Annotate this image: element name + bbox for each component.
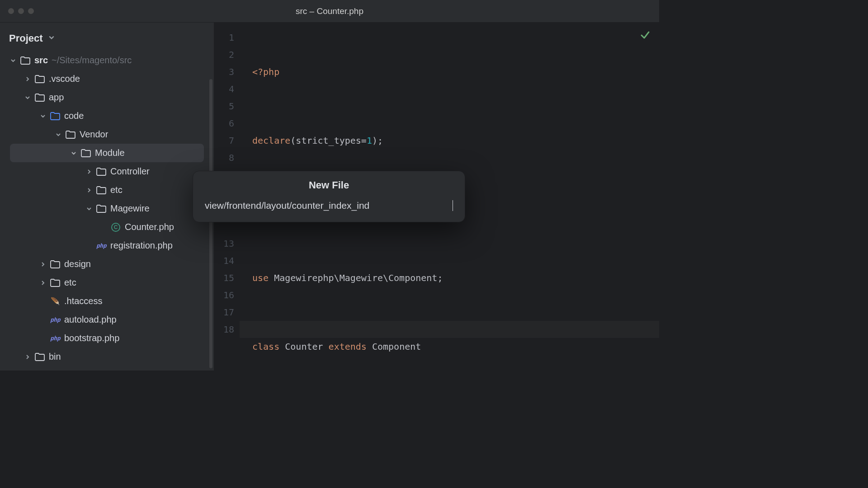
tree-label: bootstrap.php	[64, 333, 119, 343]
tree-row-etc-app[interactable]: etc	[0, 273, 214, 292]
tree-label: .vscode	[49, 74, 80, 84]
code-line: use Magewirephp\Magewire\Component;	[252, 269, 659, 286]
chevron-right-icon[interactable]	[85, 188, 93, 193]
window-controls[interactable]	[0, 8, 34, 14]
tree-path: ~/Sites/magento/src	[52, 55, 132, 66]
line-number: 7	[214, 132, 234, 149]
tree-label: app	[49, 92, 64, 103]
folder-icon	[34, 94, 45, 102]
folder-icon	[96, 186, 107, 194]
chevron-down-icon[interactable]	[85, 206, 93, 211]
tree-label: .htaccess	[64, 296, 102, 306]
tree-row-vendor[interactable]: Vendor	[0, 125, 214, 144]
chevron-down-icon[interactable]	[9, 58, 17, 63]
tree-row-code[interactable]: code	[0, 107, 214, 125]
current-line-highlight	[240, 321, 659, 338]
project-panel-header[interactable]: Project	[0, 23, 214, 51]
php-file-icon: php	[96, 242, 107, 249]
folder-icon	[96, 168, 107, 176]
line-number: 6	[214, 115, 234, 132]
chevron-right-icon[interactable]	[39, 262, 47, 267]
folder-icon	[34, 75, 45, 83]
chevron-right-icon[interactable]	[24, 354, 32, 360]
line-number: 13	[214, 235, 234, 252]
chevron-down-icon[interactable]	[24, 95, 32, 100]
tree-label: design	[64, 259, 91, 269]
tree-label: etc	[110, 185, 123, 195]
tree-label: Controller	[110, 166, 150, 177]
tree-row-magewire[interactable]: Magewire	[0, 199, 214, 218]
zoom-window-icon[interactable]	[28, 8, 34, 14]
line-number: 1	[214, 29, 234, 46]
folder-icon	[34, 353, 45, 361]
line-number: 16	[214, 286, 234, 304]
chevron-right-icon[interactable]	[85, 169, 93, 174]
code-line: class Counter extends Component	[252, 338, 659, 355]
tree-row-counter-php[interactable]: C Counter.php	[0, 218, 214, 236]
chevron-down-icon[interactable]	[54, 132, 62, 137]
folder-icon	[50, 279, 61, 287]
class-icon: C	[110, 223, 121, 232]
folder-icon	[65, 131, 76, 139]
folder-icon	[96, 205, 107, 213]
folder-icon	[80, 149, 91, 157]
project-sidebar: Project src ~/Sites/magento/src .vscode …	[0, 23, 214, 371]
tree-row-bin[interactable]: bin	[0, 347, 214, 366]
folder-icon	[50, 260, 61, 268]
line-number: 2	[214, 46, 234, 63]
code-line	[252, 98, 659, 115]
tree-label: Module	[95, 148, 125, 158]
tree-row-etc-module[interactable]: etc	[0, 181, 214, 199]
code-line	[252, 304, 659, 321]
tree-label: Counter.php	[125, 222, 174, 232]
php-file-icon: php	[50, 316, 61, 323]
chevron-down-icon	[48, 34, 55, 42]
folder-icon	[20, 56, 31, 65]
line-number: 8	[214, 149, 234, 166]
sidebar-scrollbar[interactable]	[209, 79, 212, 368]
line-number: 14	[214, 252, 234, 269]
tree-row-htaccess[interactable]: 🪶 .htaccess	[0, 292, 214, 310]
new-file-dialog: New File	[193, 171, 465, 222]
check-icon[interactable]	[640, 30, 650, 42]
tree-row-controller[interactable]: Controller	[0, 162, 214, 181]
file-tree[interactable]: src ~/Sites/magento/src .vscode app code	[0, 51, 214, 366]
new-file-input[interactable]	[205, 200, 453, 211]
chevron-down-icon[interactable]	[70, 150, 78, 156]
project-label: Project	[9, 33, 43, 44]
tree-label: code	[64, 111, 84, 121]
titlebar: src – Counter.php	[0, 0, 659, 23]
htaccess-file-icon: 🪶	[50, 297, 61, 305]
tree-row-design[interactable]: design	[0, 255, 214, 273]
line-number: 18	[214, 321, 234, 338]
tree-row-vscode[interactable]: .vscode	[0, 70, 214, 88]
tree-label: bin	[49, 352, 61, 362]
folder-icon	[50, 112, 61, 120]
line-number: 17	[214, 304, 234, 321]
tree-label: autoload.php	[64, 314, 117, 325]
code-line: declare(strict_types=1);	[252, 132, 659, 149]
code-line: <?php	[252, 63, 659, 80]
tree-row-bootstrap-php[interactable]: php bootstrap.php	[0, 329, 214, 347]
chevron-right-icon[interactable]	[39, 280, 47, 286]
close-window-icon[interactable]	[8, 8, 14, 14]
tree-label: Vendor	[80, 129, 108, 140]
tree-row-module[interactable]: Module	[10, 144, 204, 162]
chevron-right-icon[interactable]	[24, 76, 32, 82]
dialog-title: New File	[193, 171, 465, 193]
line-number: 3	[214, 63, 234, 80]
window-title: src – Counter.php	[296, 6, 363, 16]
tree-row-app[interactable]: app	[0, 88, 214, 107]
chevron-down-icon[interactable]	[39, 113, 47, 119]
tree-label: src	[34, 55, 48, 66]
line-number: 15	[214, 269, 234, 286]
php-file-icon: php	[50, 335, 61, 342]
code-line	[252, 235, 659, 252]
tree-row-src[interactable]: src ~/Sites/magento/src	[0, 51, 214, 70]
minimize-window-icon[interactable]	[18, 8, 24, 14]
tree-label: etc	[64, 277, 76, 288]
tree-row-autoload-php[interactable]: php autoload.php	[0, 310, 214, 329]
tree-label: Magewire	[110, 203, 150, 214]
tree-label: registration.php	[110, 240, 173, 251]
tree-row-registration-php[interactable]: php registration.php	[0, 236, 214, 255]
